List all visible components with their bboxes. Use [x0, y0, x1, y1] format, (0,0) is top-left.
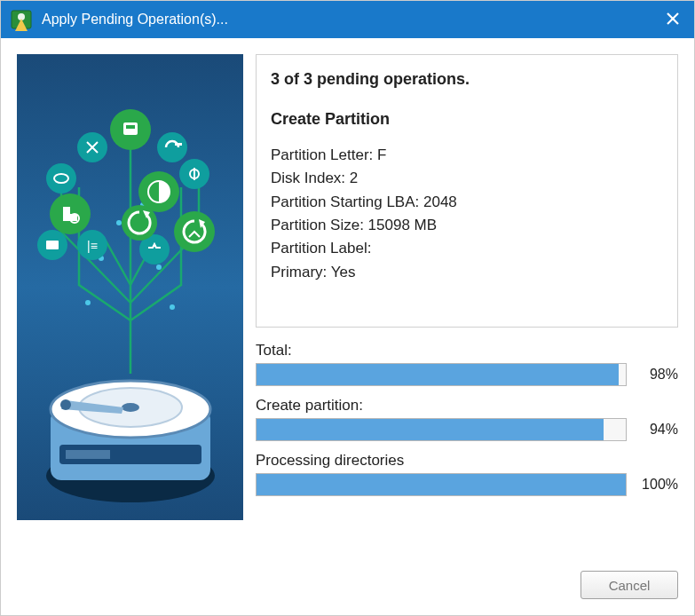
- content-row: |≡: [17, 54, 678, 557]
- svg-point-17: [157, 132, 187, 162]
- cancel-button[interactable]: Cancel: [580, 571, 678, 599]
- svg-point-8: [156, 265, 162, 270]
- progress-total-fill: [257, 364, 619, 385]
- operation-status: 3 of 3 pending operations.: [271, 67, 663, 91]
- svg-rect-12: [46, 241, 59, 249]
- progress-processing: Processing directories 100%: [256, 452, 678, 496]
- svg-text:|≡: |≡: [87, 239, 98, 253]
- svg-point-29: [122, 205, 157, 241]
- svg-point-5: [116, 220, 122, 225]
- info-box: 3 of 3 pending operations. Create Partit…: [256, 54, 678, 328]
- progress-processing-pct: 100%: [636, 477, 678, 493]
- progress-total: Total: 98%: [256, 342, 678, 386]
- progress-processing-bar: [256, 473, 627, 496]
- progress-create-fill: [257, 419, 604, 440]
- progress-create-pct: 94%: [636, 422, 678, 438]
- progress-section: Total: 98% Create partition:: [256, 342, 678, 507]
- svg-rect-40: [66, 450, 110, 459]
- dialog-window: Apply Pending Operation(s)...: [0, 0, 695, 616]
- detail-partition-letter: Partition Letter: F: [271, 144, 663, 167]
- app-icon: [10, 8, 33, 31]
- window-title: Apply Pending Operation(s)...: [42, 12, 660, 28]
- titlebar: Apply Pending Operation(s)...: [1, 1, 694, 38]
- progress-processing-fill: [257, 474, 626, 495]
- svg-point-19: [46, 163, 76, 193]
- operation-name: Create Partition: [271, 107, 663, 131]
- svg-point-37: [122, 403, 139, 412]
- close-icon[interactable]: [660, 10, 685, 30]
- svg-point-38: [60, 399, 71, 410]
- svg-rect-18: [175, 143, 182, 146]
- detail-partition-label: Partition Label:: [271, 237, 663, 260]
- progress-total-label: Total:: [256, 342, 678, 359]
- detail-disk-index: Disk Index: 2: [271, 167, 663, 190]
- illustration-panel: |≡: [17, 54, 243, 520]
- progress-total-bar: [256, 363, 627, 386]
- detail-starting-lba: Partition Starting LBA: 2048: [271, 191, 663, 214]
- progress-total-pct: 98%: [636, 367, 678, 383]
- svg-point-9: [85, 300, 91, 305]
- progress-create: Create partition: 94%: [256, 397, 678, 441]
- svg-point-10: [170, 304, 175, 310]
- svg-rect-24: [126, 125, 135, 129]
- footer: Cancel: [17, 557, 678, 599]
- detail-primary: Primary: Yes: [271, 261, 663, 284]
- dialog-body: |≡: [1, 38, 694, 615]
- progress-create-bar: [256, 418, 627, 441]
- detail-partition-size: Partition Size: 15098 MB: [271, 214, 663, 237]
- progress-processing-label: Processing directories: [256, 452, 678, 470]
- progress-create-label: Create partition:: [256, 397, 678, 415]
- right-column: 3 of 3 pending operations. Create Partit…: [256, 54, 678, 557]
